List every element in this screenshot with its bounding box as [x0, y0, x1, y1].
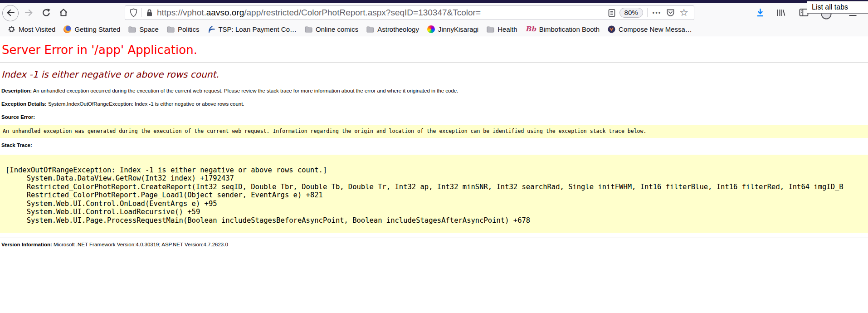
bookmark-label: Most Visited [19, 25, 55, 33]
bookmark-label: Health [497, 25, 517, 33]
divider [141, 8, 142, 17]
description-text: An unhandled exception occurred during t… [32, 88, 458, 93]
exception-details-text: System.IndexOutOfRangeException: Index -… [47, 101, 244, 107]
bookmark-label: Astrotheology [377, 25, 419, 33]
divider-line [0, 63, 868, 63]
bookmarks-toolbar: Most Visited Getting Started Space Polit… [0, 22, 868, 36]
reload-icon [42, 8, 51, 19]
forward-button[interactable] [22, 8, 36, 18]
source-error-box: An unhandled exception was generated dur… [0, 125, 868, 138]
url-fade [587, 8, 608, 18]
description-line: Description: An unhandled exception occu… [1, 88, 868, 94]
exception-details-label: Exception Details: [1, 101, 47, 107]
bookmark-folder-health[interactable]: Health [483, 23, 521, 35]
tooltip-list-all-tabs: List all tabs [807, 1, 868, 14]
url-domain: aavso.org [206, 8, 244, 17]
exception-details-line: Exception Details: System.IndexOutOfRang… [1, 101, 868, 107]
download-icon [756, 8, 765, 19]
bookmark-star-icon[interactable]: ☆ [679, 8, 688, 18]
library-button[interactable] [774, 7, 788, 19]
bookmark-label: TSP: Loan Payment Co… [218, 25, 297, 33]
zoom-level-button[interactable]: 80% [619, 8, 643, 18]
version-text: Microsoft .NET Framework Version:4.0.303… [52, 242, 228, 247]
bookmark-label: Compose New Messa… [619, 25, 692, 33]
divider-line [0, 238, 868, 238]
version-label: Version Information: [1, 242, 52, 247]
version-line: Version Information: Microsoft .NET Fram… [1, 241, 868, 248]
error-page: Server Error in '/app' Application. Inde… [0, 36, 868, 313]
bookmark-folder-astrotheology[interactable]: Astrotheology [362, 23, 423, 35]
stack-trace-label-line: Stack Trace: [1, 142, 868, 148]
folder-icon [487, 25, 494, 33]
folder-icon [366, 25, 374, 33]
gear-icon [8, 25, 15, 33]
folder-icon [305, 25, 312, 33]
back-icon [6, 9, 15, 18]
pocket-icon[interactable] [666, 9, 675, 17]
navigation-toolbar: https://vphot.aavso.org/app/restricted/C… [0, 3, 868, 22]
page-title: Server Error in '/app' Application. [2, 43, 868, 57]
description-label: Description: [1, 88, 32, 93]
bookmark-item-most-visited[interactable]: Most Visited [4, 23, 59, 35]
tracking-shield-icon[interactable] [130, 8, 137, 17]
tab-strip [0, 0, 868, 3]
reader-view-icon[interactable] [608, 9, 615, 17]
url-bar[interactable]: https://vphot.aavso.org/app/restricted/C… [125, 5, 694, 20]
error-subtitle: Index -1 is either negative or above row… [1, 69, 868, 80]
compose-icon [608, 25, 615, 33]
bookmark-folder-online-comics[interactable]: Online comics [301, 23, 362, 35]
url-scheme: https://vphot. [157, 8, 206, 17]
url-input[interactable]: https://vphot.aavso.org/app/restricted/C… [157, 8, 608, 18]
browser-window: https://vphot.aavso.org/app/restricted/C… [0, 0, 868, 313]
firefox-icon [63, 25, 71, 33]
back-button[interactable] [2, 5, 19, 21]
stack-trace-label: Stack Trace: [1, 142, 32, 148]
stack-trace-text: [IndexOutOfRangeException: Index -1 is e… [0, 155, 868, 233]
downloads-button[interactable] [753, 7, 767, 19]
folder-icon [167, 25, 175, 33]
reload-button[interactable] [39, 8, 53, 19]
tsp-icon [207, 25, 215, 33]
bookmark-folder-space[interactable]: Space [124, 23, 163, 35]
bookmark-label: Online comics [316, 25, 358, 33]
home-icon [59, 8, 68, 18]
stack-trace-box: [IndexOutOfRangeException: Index -1 is e… [0, 155, 868, 233]
bookmark-item-tsp[interactable]: TSP: Loan Payment Co… [203, 23, 301, 35]
url-path: /app/restricted/ColorPhotReport.aspx?seq… [244, 8, 481, 17]
bookmark-folder-politics[interactable]: Politics [163, 23, 204, 35]
library-icon [776, 8, 786, 19]
script-bb-icon: Bb [526, 25, 536, 33]
page-actions-button[interactable]: ••• [648, 10, 667, 16]
lock-icon[interactable] [146, 9, 153, 17]
bookmark-label: JinnyKisaragi [438, 25, 478, 33]
source-error-label-line: Source Error: [1, 114, 868, 120]
folder-icon [128, 25, 136, 33]
source-error-label: Source Error: [1, 114, 35, 120]
source-error-text: An unhandled exception was generated dur… [0, 125, 868, 138]
bookmark-item-bimbofication-booth[interactable]: Bb Bimbofication Booth [522, 23, 604, 35]
bookmark-label: Politics [178, 25, 200, 33]
forward-icon [24, 9, 34, 18]
bookmark-item-jinnykisaragi[interactable]: JinnyKisaragi [423, 23, 483, 35]
bookmark-label: Getting Started [74, 25, 120, 33]
bookmark-item-getting-started[interactable]: Getting Started [59, 23, 124, 35]
home-button[interactable] [57, 8, 70, 19]
bookmark-label: Space [139, 25, 159, 33]
bookmark-label: Bimbofication Booth [539, 25, 600, 33]
rainbow-icon [427, 25, 435, 33]
bookmark-item-compose-new-message[interactable]: Compose New Messa… [604, 23, 696, 35]
